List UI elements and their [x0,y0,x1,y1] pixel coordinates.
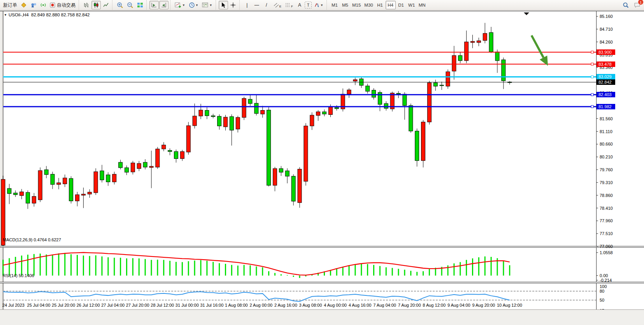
horizontal-line-tool[interactable]: — [252,1,261,9]
price-line-handle [591,76,593,78]
tf-h1[interactable]: H1 [375,1,385,9]
candle-bull [427,83,431,122]
search-icon[interactable] [621,1,631,9]
crosshair-icon[interactable] [228,1,238,9]
tf-h4[interactable]: H4 [386,1,396,9]
candle-bull [156,149,160,167]
price-line-handle [591,93,593,96]
time-label: 1 Aug 08:00 [225,303,248,307]
community-icon[interactable] [29,1,38,9]
chart-canvas[interactable]: 85.16084.71084.26083.81083.36082.91082.4… [0,11,644,325]
time-label: 25 Jul 20:00 [52,303,75,307]
chart-window: 85.16084.71084.26083.81083.36082.91082.4… [0,11,644,325]
price-tick-label: 77.060 [600,244,613,249]
rsi-scale-label: 100 [600,284,607,289]
tf-m1[interactable]: M1 [330,1,340,9]
fibo-letter: F [291,5,293,8]
tf-m30[interactable]: M30 [363,1,374,9]
candle-bear [372,90,376,97]
candle-bull [298,169,302,203]
time-label: 9 Aug 04:00 [447,303,470,307]
price-line-tag: 81.982 [597,104,615,109]
tf-mn[interactable]: MN [417,1,427,9]
text-tool[interactable]: A [295,1,304,9]
templates-icon[interactable]: ▼ [200,1,214,9]
macd-indicator-label: MACD(12,26,9) 0.4764 0.6227 [3,237,61,242]
price-line-handle [591,105,593,108]
candle-bear [285,171,289,176]
time-label: 26 Jul 12:00 [77,303,100,307]
tf-m5[interactable]: M5 [340,1,350,9]
notifications-chat-icon[interactable]: 1 [632,1,642,9]
arrows-tool[interactable]: ▼ [312,1,325,9]
price-line-tag: 82.403 [597,92,615,97]
candle-bear [100,171,104,180]
chart-bars-icon[interactable] [82,1,91,9]
tf-m15[interactable]: M15 [351,1,362,9]
cursor-icon[interactable] [219,1,228,9]
candle-bull [224,117,228,127]
candle-bear [125,168,129,172]
trendline-tool[interactable]: / [262,1,271,9]
candle-bear [7,188,11,193]
zoom-in-icon[interactable] [115,1,125,9]
tf-w1[interactable]: W1 [407,1,417,9]
text-label-tool[interactable]: T [305,2,312,9]
candle-bull [38,170,42,200]
period-clock-icon[interactable]: ▼ [187,1,200,9]
candle-bear [168,150,172,151]
zoom-out-icon[interactable] [125,1,135,9]
tf-d1[interactable]: D1 [396,1,406,9]
candle-bear [384,104,388,108]
notification-badge: 1 [638,0,644,5]
time-label: 4 Aug 16:00 [349,303,372,307]
candle-bear [218,116,221,126]
candle-bear [230,117,233,130]
candle-bull [137,163,141,169]
price-tick-label: 84.710 [600,27,613,32]
time-label: 2 Aug 16:00 [274,303,297,307]
auto-scroll-icon[interactable] [159,1,168,9]
fibonacci-tool[interactable]: F [283,1,295,9]
auto-trading-button[interactable]: 自动交易 [48,1,77,9]
macd-signal-value: 0.6227 [48,237,61,242]
candle-bull [81,194,85,195]
add-indicator-icon[interactable]: ▼ [173,1,187,9]
candle-bull [242,98,246,118]
candle-bull [75,195,79,201]
tile-windows-icon[interactable] [135,1,145,9]
chevron-down-icon: ▼ [195,4,198,7]
chart-candles-icon[interactable] [91,1,101,9]
candle-bull [353,80,357,81]
candle-bear [14,193,18,195]
chart-shift-icon[interactable] [149,1,159,9]
chart-title: ▼USOil-,H4 82.849 82.880 82.758 82.842 [4,12,89,17]
candle-bear [106,175,110,182]
candle-bull [465,42,469,61]
candle-bear [440,85,444,86]
candle-bear [254,103,258,113]
chart-shift-marker [524,12,529,15]
channel-tool[interactable]: E [272,1,283,9]
symbol-dropdown-icon[interactable]: ▼ [4,13,7,17]
candle-bear [489,33,493,52]
chart-line-icon[interactable] [101,1,111,9]
new-order-button[interactable]: 新订单 [2,1,19,9]
candle-bear [403,94,407,105]
price-tick-label: 84.260 [600,40,613,44]
candle-bull [112,174,116,182]
candle-bear [69,179,73,201]
candle-bull [149,166,153,167]
price-tick-label: 79.310 [600,180,613,185]
vertical-line-tool[interactable]: | [242,1,252,9]
candle-bear [397,93,400,94]
signals-icon[interactable] [39,1,48,9]
candle-bull [477,41,481,42]
bid-price-tag: 82.842 [597,79,615,85]
candle-bear [119,162,123,168]
window-bottom-strip [0,309,644,325]
price-tick-label: 80.660 [600,142,613,146]
deposit-icon[interactable] [19,1,28,9]
candle-bull [421,122,425,160]
rsi-indicator-label: RSI(14) 50.1406 [3,273,34,278]
